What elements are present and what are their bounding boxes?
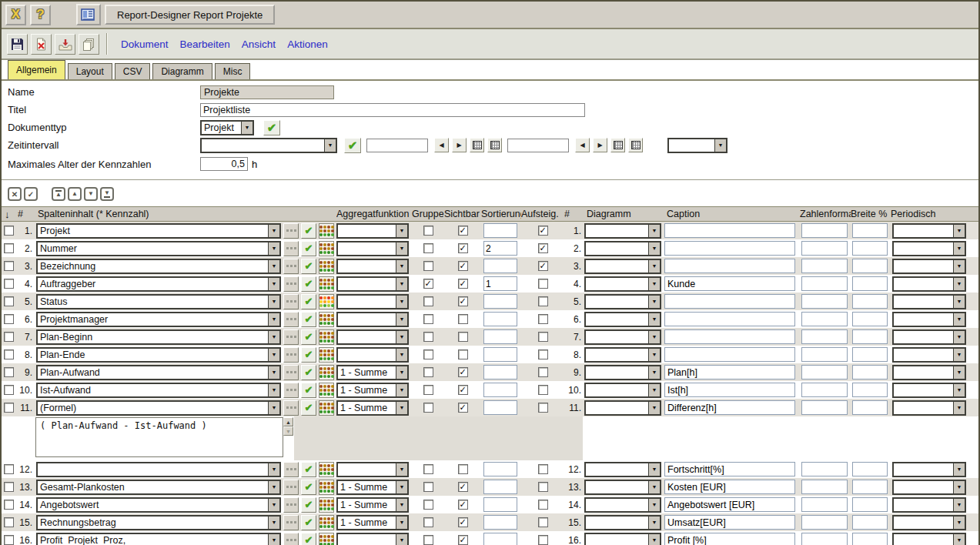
chevron-down-icon[interactable]: ▼	[268, 534, 279, 545]
chevron-down-icon[interactable]: ▼	[953, 225, 965, 237]
zahlenformat-input[interactable]	[801, 497, 848, 512]
menu-bearbeiten[interactable]: Bearbeiten	[180, 38, 230, 50]
periodisch-select[interactable]: ▼	[892, 533, 966, 545]
diagramm-select[interactable]: ▼	[584, 383, 661, 398]
gruppe-checkbox[interactable]	[423, 243, 433, 253]
caption-input[interactable]	[664, 223, 795, 238]
sortierung-input[interactable]	[483, 276, 517, 291]
tab-diagramm[interactable]: Diagramm	[152, 63, 212, 79]
chevron-down-icon[interactable]: ▼	[648, 349, 660, 361]
color-palette-button[interactable]	[319, 329, 334, 345]
confirm-button[interactable]: ✔	[301, 276, 316, 292]
calendar-button[interactable]	[487, 138, 502, 152]
row-select-checkbox[interactable]	[4, 482, 14, 492]
sortierung-input[interactable]	[483, 365, 517, 379]
chevron-down-icon[interactable]: ▼	[648, 296, 660, 308]
zahlenformat-input[interactable]	[801, 515, 848, 530]
gruppe-checkbox[interactable]	[423, 314, 433, 324]
zahlenformat-input[interactable]	[801, 223, 848, 238]
help-button[interactable]: ?	[30, 5, 51, 25]
chevron-down-icon[interactable]: ▼	[953, 517, 965, 529]
row-select-checkbox[interactable]	[4, 243, 14, 253]
diagramm-select[interactable]: ▼	[584, 259, 661, 274]
aggregatfunktion-select[interactable]: 1 - Summe ▼	[336, 515, 409, 530]
diagramm-select[interactable]: ▼	[584, 365, 661, 380]
gruppe-checkbox[interactable]: ✓	[423, 279, 433, 289]
zeitintervall-select[interactable]: ▼	[200, 138, 337, 153]
spalteninhalt-select[interactable]: Plan-Ende ▼	[36, 347, 281, 363]
breite-input[interactable]	[852, 241, 888, 256]
report-icon-button[interactable]	[76, 4, 101, 25]
sortierung-input[interactable]	[483, 515, 517, 530]
aufsteigend-checkbox[interactable]	[538, 349, 548, 359]
periodisch-select[interactable]: ▼	[892, 497, 966, 513]
periodisch-select[interactable]: ▼	[892, 462, 966, 477]
periodisch-select[interactable]: ▼	[892, 400, 966, 416]
date-next-button[interactable]: ▶	[593, 138, 607, 152]
caption-input[interactable]	[664, 312, 795, 326]
confirm-button[interactable]: ✔	[301, 223, 316, 239]
sortierung-input[interactable]	[483, 329, 517, 344]
chevron-down-icon[interactable]: ▼	[396, 242, 407, 255]
zahlenformat-input[interactable]	[801, 276, 848, 291]
aufsteigend-checkbox[interactable]	[538, 500, 548, 510]
zahlenformat-input[interactable]	[801, 294, 848, 309]
diagramm-select[interactable]: ▼	[584, 312, 661, 327]
chevron-down-icon[interactable]: ▼	[953, 534, 965, 545]
aufsteigend-checkbox[interactable]	[538, 535, 548, 545]
chevron-down-icon[interactable]: ▼	[268, 225, 279, 237]
diagramm-select[interactable]: ▼	[584, 223, 661, 239]
chevron-down-icon[interactable]: ▼	[268, 313, 279, 326]
chevron-down-icon[interactable]: ▼	[396, 331, 407, 343]
chevron-down-icon[interactable]: ▼	[268, 260, 279, 272]
zeitintervall-to-input[interactable]	[507, 139, 569, 152]
aufsteigend-checkbox[interactable]	[538, 332, 548, 342]
titel-input[interactable]	[200, 103, 585, 117]
sichtbar-checkbox[interactable]	[458, 314, 468, 324]
aggregatfunktion-select[interactable]: ▼	[336, 462, 409, 477]
caption-input[interactable]	[664, 400, 795, 415]
periodisch-select[interactable]: ▼	[892, 223, 966, 239]
sichtbar-checkbox[interactable]	[458, 332, 468, 342]
breite-input[interactable]	[852, 223, 888, 238]
diagramm-select[interactable]: ▼	[584, 276, 661, 292]
spalteninhalt-select[interactable]: Nummer ▼	[36, 241, 281, 256]
zahlenformat-input[interactable]	[801, 383, 848, 397]
chevron-down-icon[interactable]: ▼	[268, 499, 279, 511]
row-select-checkbox[interactable]	[4, 385, 14, 395]
aggregatfunktion-select[interactable]: ▼	[336, 329, 409, 345]
spalteninhalt-select[interactable]: Auftraggeber ▼	[36, 276, 281, 292]
row-select-checkbox[interactable]	[4, 464, 14, 474]
sortierung-input[interactable]	[483, 347, 517, 362]
gruppe-checkbox[interactable]	[423, 403, 433, 413]
chevron-down-icon[interactable]: ▼	[953, 463, 965, 476]
chevron-down-icon[interactable]: ▼	[953, 278, 965, 290]
gruppe-checkbox[interactable]	[423, 332, 433, 342]
aggregatfunktion-select[interactable]: ▼	[336, 347, 409, 363]
confirm-button[interactable]: ✔	[301, 497, 316, 513]
chevron-down-icon[interactable]: ▼	[648, 481, 660, 493]
aufsteigend-checkbox[interactable]	[538, 279, 548, 289]
diagramm-select[interactable]: ▼	[584, 347, 661, 363]
options-button[interactable]	[283, 223, 299, 239]
options-button[interactable]	[283, 383, 299, 398]
aggregatfunktion-select[interactable]: ▼	[336, 276, 409, 292]
sichtbar-checkbox[interactable]: ✓	[458, 367, 468, 377]
scroll-up-button[interactable]: ▲	[283, 417, 293, 426]
zahlenformat-input[interactable]	[801, 480, 848, 494]
spalteninhalt-select[interactable]: Bezeichnung ▼	[36, 259, 281, 274]
caption-input[interactable]	[664, 347, 795, 362]
aufsteigend-checkbox[interactable]	[538, 296, 548, 306]
move-up-button[interactable]: ▲	[68, 187, 82, 201]
aufsteigend-checkbox[interactable]	[538, 314, 548, 324]
aggregatfunktion-select[interactable]: ▼	[336, 223, 409, 239]
confirm-button[interactable]: ✔	[301, 241, 316, 256]
color-palette-button[interactable]	[319, 259, 334, 274]
periodisch-select[interactable]: ▼	[892, 259, 966, 274]
sortierung-input[interactable]	[483, 462, 517, 476]
row-select-checkbox[interactable]	[4, 296, 14, 306]
breite-input[interactable]	[852, 400, 888, 415]
color-palette-button[interactable]	[319, 241, 334, 256]
options-button[interactable]	[283, 497, 299, 513]
chevron-down-icon[interactable]: ▼	[396, 260, 407, 272]
